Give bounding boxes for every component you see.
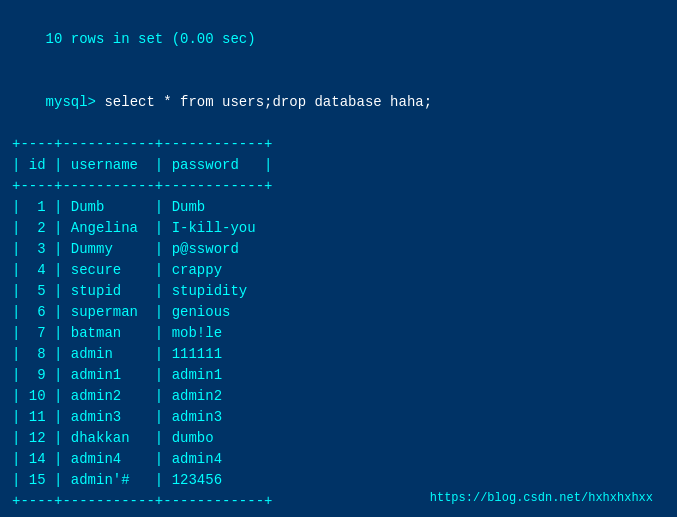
table-row: | 2 | Angelina | I-kill-you <box>12 218 665 239</box>
table-row: | 10 | admin2 | admin2 <box>12 386 665 407</box>
table-row: | 1 | Dumb | Dumb <box>12 197 665 218</box>
table-row: | 14 | admin4 | admin4 <box>12 449 665 470</box>
terminal: 10 rows in set (0.00 sec) mysql> select … <box>12 8 665 509</box>
table-row: | 8 | admin | 111111 <box>12 344 665 365</box>
table-row: | 15 | admin'# | 123456 <box>12 470 665 491</box>
command-line: mysql> select * from users;drop database… <box>12 71 665 134</box>
table-body: | 1 | Dumb | Dumb| 2 | Angelina | I-kill… <box>12 197 665 491</box>
table-top-border: +----+-----------+------------+ <box>12 134 665 155</box>
table-row: | 6 | superman | genious <box>12 302 665 323</box>
footer-link: https://blog.csdn.net/hxhxhxhxx <box>430 491 653 505</box>
rows-info: 14 rows in set (0.00 sec) <box>12 512 665 517</box>
top-line-text: 10 rows in set (0.00 sec) <box>46 31 256 47</box>
table-row: | 7 | batman | mob!le <box>12 323 665 344</box>
prompt: mysql> <box>46 94 96 110</box>
command: select * from users;drop database haha; <box>96 94 432 110</box>
top-line: 10 rows in set (0.00 sec) <box>12 8 665 71</box>
table-row: | 9 | admin1 | admin1 <box>12 365 665 386</box>
table-row: | 3 | Dummy | p@ssword <box>12 239 665 260</box>
footer-link-text: https://blog.csdn.net/hxhxhxhxx <box>430 491 653 505</box>
table-row: | 12 | dhakkan | dumbo <box>12 428 665 449</box>
table-row: | 4 | secure | crappy <box>12 260 665 281</box>
table-row: | 11 | admin3 | admin3 <box>12 407 665 428</box>
table-header: | id | username | password | <box>12 155 665 176</box>
table-row: | 5 | stupid | stupidity <box>12 281 665 302</box>
table-header-border: +----+-----------+------------+ <box>12 176 665 197</box>
